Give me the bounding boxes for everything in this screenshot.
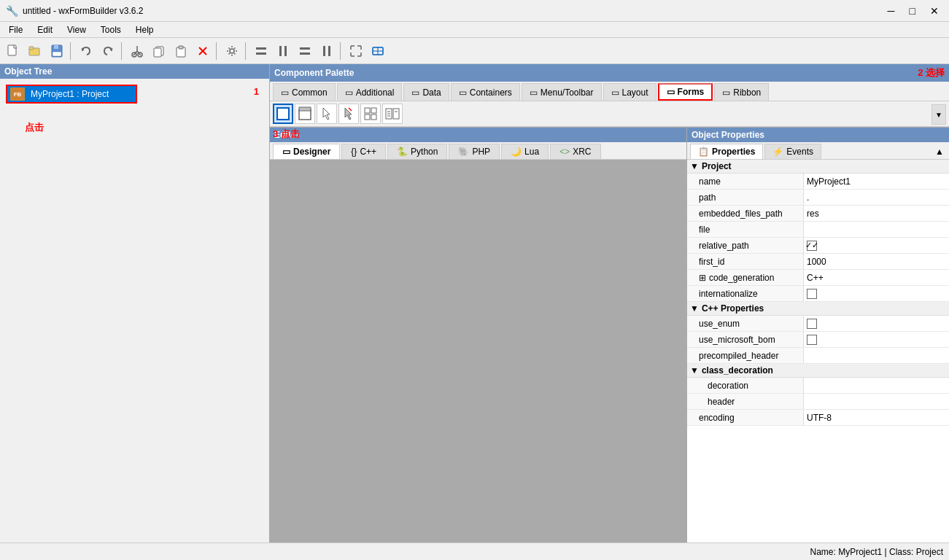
title-bar: 🔧 untitled - wxFormBuilder v3.6.2 ─ □ ✕ [0, 0, 949, 22]
tab-data[interactable]: ▭ Data [403, 83, 449, 101]
tool-cursor[interactable] [317, 104, 337, 124]
properties-panel: Object Properties 📋 Properties ⚡ Events … [686, 128, 949, 542]
svg-rect-42 [365, 108, 370, 113]
tab-designer[interactable]: ▭ Designer [273, 144, 340, 159]
toolbar-align2[interactable] [273, 41, 293, 61]
tool-sizer[interactable] [360, 104, 381, 124]
properties-tabs: 📋 Properties ⚡ Events ▲ [687, 142, 949, 160]
tab-php[interactable]: 🐘 PHP [449, 144, 500, 159]
toolbar-cut[interactable] [127, 41, 147, 61]
palette-tools: 3 点击 ▼ [270, 101, 949, 127]
tab-common[interactable]: ▭ Common [273, 83, 336, 101]
toolbar-align4[interactable] [317, 41, 337, 61]
svg-rect-41 [299, 107, 311, 111]
use-enum-checkbox[interactable] [807, 319, 817, 329]
tab-lua[interactable]: 🌙 Lua [501, 144, 549, 159]
additional-tab-icon: ▭ [345, 88, 353, 98]
palette-dropdown[interactable]: ▼ [931, 104, 946, 125]
tab-properties[interactable]: 📋 Properties [690, 144, 763, 159]
left-panel: Object Tree FB MyProject1 : Project 1 点击 [0, 64, 270, 542]
prop-relative-path: relative_path ✓ [687, 238, 949, 254]
toolbar-expand[interactable] [346, 41, 366, 61]
code-gen-expand[interactable]: ⊞ [699, 273, 706, 283]
svg-rect-43 [371, 108, 376, 113]
toolbar-align1[interactable] [251, 41, 271, 61]
tool-panel[interactable] [295, 104, 315, 124]
tool-pointer[interactable] [338, 104, 359, 124]
menu-edit[interactable]: Edit [31, 23, 58, 36]
use-ms-bom-checkbox[interactable] [807, 335, 817, 345]
toolbar-settings[interactable] [222, 41, 242, 61]
minimize-button[interactable]: ─ [883, 4, 899, 18]
toolbar-save[interactable] [47, 41, 67, 61]
toolbar-redo[interactable] [98, 41, 118, 61]
app-icon: 🔧 [6, 5, 18, 17]
tab-additional[interactable]: ▭ Additional [337, 83, 403, 101]
tree-item-project[interactable]: FB MyProject1 : Project [6, 85, 137, 104]
data-tab-label: Data [422, 88, 441, 98]
status-bar: Name: MyProject1 | Class: Project [0, 542, 949, 560]
tree-item-label: MyProject1 : Project [28, 89, 109, 99]
toolbar-copy[interactable] [149, 41, 169, 61]
section-cpp-toggle[interactable]: ▼ [690, 303, 699, 314]
svg-rect-44 [365, 114, 370, 120]
menu-help[interactable]: Help [130, 23, 160, 36]
properties-tab-label: Properties [712, 147, 755, 157]
section-project-title: Project [702, 161, 732, 171]
maximize-button[interactable]: □ [905, 4, 920, 18]
title-bar-controls[interactable]: ─ □ ✕ [883, 4, 943, 18]
forms-tab-icon: ▭ [667, 87, 675, 97]
section-class-dec-toggle[interactable]: ▼ [690, 365, 699, 376]
tab-containers[interactable]: ▭ Containers [451, 83, 520, 101]
properties-scroll-up[interactable]: ▲ [933, 144, 946, 159]
sep2 [121, 42, 124, 60]
close-button[interactable]: ✕ [926, 4, 943, 18]
svg-rect-4 [54, 45, 58, 49]
python-tab-label: Python [411, 147, 438, 157]
ribbon-tab-icon: ▭ [722, 88, 730, 98]
common-tab-label: Common [292, 88, 328, 98]
editor-header: Editor [270, 128, 686, 142]
toolbar-paste[interactable] [171, 41, 191, 61]
toolbar-delete[interactable] [193, 41, 213, 61]
right-content: Component Palette 2 选择 ▭ Common ▭ Additi… [270, 64, 949, 542]
toolbar-open[interactable] [25, 41, 45, 61]
menu-tools[interactable]: Tools [95, 23, 127, 36]
toolbar-nav[interactable] [368, 41, 388, 61]
tab-menutoolbar[interactable]: ▭ Menu/Toolbar [522, 83, 602, 101]
menu-bar: File Edit View Tools Help [0, 22, 949, 38]
tab-layout[interactable]: ▭ Layout [603, 83, 656, 101]
events-tab-icon: ⚡ [772, 147, 783, 157]
toolbar-undo[interactable] [76, 41, 96, 61]
containers-tab-label: Containers [470, 88, 512, 98]
python-tab-icon: 🐍 [397, 147, 408, 157]
internationalize-checkbox[interactable] [807, 289, 817, 299]
tab-python[interactable]: 🐍 Python [387, 144, 447, 159]
editor-canvas [270, 160, 686, 542]
tab-cpp[interactable]: {} C++ [341, 144, 386, 159]
tab-xrc[interactable]: <> XRC [550, 144, 600, 159]
properties-header: Object Properties [687, 128, 949, 142]
relative-path-checkbox[interactable]: ✓ [807, 241, 817, 251]
tool-multi[interactable] [382, 104, 403, 124]
toolbar-align3[interactable] [295, 41, 315, 61]
svg-rect-22 [279, 46, 282, 56]
prop-decoration: decoration [687, 378, 949, 394]
layout-tab-label: Layout [622, 88, 648, 98]
section-class-decoration: ▼ class_decoration [687, 364, 949, 378]
project-icon: FB [10, 88, 25, 101]
toolbar-new[interactable] [3, 41, 23, 61]
section-project-toggle[interactable]: ▼ [690, 161, 699, 171]
tool-frame[interactable] [273, 104, 293, 124]
tab-ribbon[interactable]: ▭ Ribbon [714, 83, 769, 101]
svg-rect-45 [371, 114, 376, 120]
svg-rect-26 [323, 46, 325, 56]
xrc-tab-label: XRC [573, 147, 591, 157]
tab-forms[interactable]: ▭ Forms [658, 83, 713, 101]
menu-file[interactable]: File [3, 23, 28, 36]
svg-rect-14 [154, 48, 161, 57]
tab-events[interactable]: ⚡ Events [764, 144, 821, 159]
sep5 [340, 42, 343, 60]
svg-rect-24 [300, 47, 310, 50]
menu-view[interactable]: View [61, 23, 92, 36]
